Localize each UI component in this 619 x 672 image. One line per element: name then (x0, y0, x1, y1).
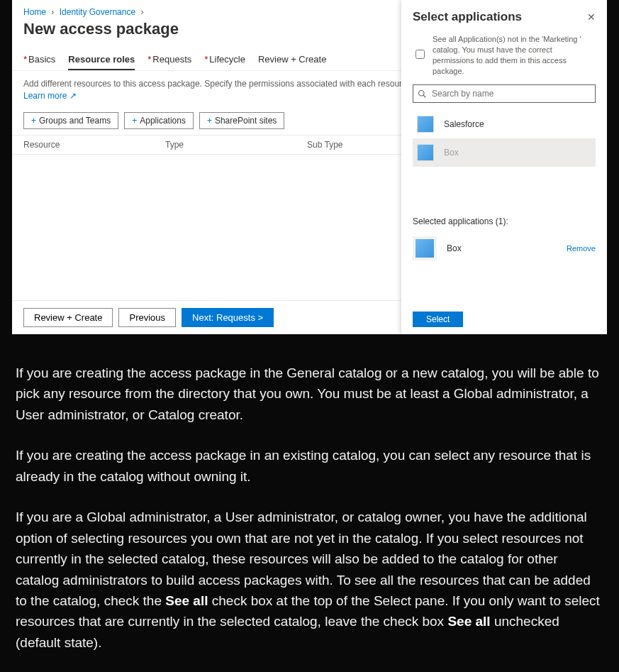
col-type: Type (165, 140, 307, 150)
app-tile-icon (417, 144, 434, 161)
plus-icon: + (132, 116, 137, 126)
search-box[interactable] (413, 84, 596, 103)
selected-app-row: Box Remove (413, 233, 596, 263)
tab-resource-roles[interactable]: Resource roles (68, 50, 135, 70)
tab-lifecycle[interactable]: *Lifecycle (204, 50, 245, 70)
panel-footer: Select (413, 304, 596, 334)
svg-line-1 (423, 96, 425, 98)
doc-paragraph-3: If you are a Global administrator, a Use… (16, 507, 603, 653)
plus-icon: + (31, 116, 36, 126)
app-tile-icon (417, 116, 434, 133)
external-link-icon: ↗ (69, 91, 77, 101)
app-label: Salesforce (444, 119, 484, 129)
doc-paragraph-2: If you are creating the access package i… (16, 445, 603, 487)
next-button[interactable]: Next: Requests > (182, 308, 274, 327)
breadcrumb-identity-governance[interactable]: Identity Governance (60, 7, 135, 17)
selected-applications-label: Selected applications (1): (413, 216, 596, 226)
breadcrumb-home[interactable]: Home (23, 7, 46, 17)
svg-point-0 (419, 91, 425, 97)
previous-button[interactable]: Previous (118, 308, 176, 327)
add-groups-teams-button[interactable]: +Groups and Teams (23, 112, 118, 129)
tab-requests[interactable]: *Requests (147, 50, 191, 70)
see-all-row: See all Application(s) not in the 'Marke… (413, 34, 596, 76)
see-all-description: See all Application(s) not in the 'Marke… (433, 34, 596, 76)
plus-icon: + (207, 116, 212, 126)
search-input[interactable] (430, 88, 591, 99)
chevron-right-icon: › (48, 7, 57, 17)
documentation-text: If you are creating the access package i… (0, 334, 619, 672)
col-resource: Resource (23, 140, 165, 150)
app-tile-icon (413, 236, 437, 260)
select-button[interactable]: Select (413, 312, 463, 327)
close-icon[interactable]: ✕ (587, 11, 596, 23)
app-label: Box (444, 148, 459, 158)
see-all-checkbox[interactable] (416, 35, 425, 74)
select-applications-panel: Select applications ✕ See all Applicatio… (401, 0, 607, 334)
remove-link[interactable]: Remove (567, 244, 596, 253)
tab-review-create[interactable]: Review + Create (258, 50, 326, 70)
search-icon (418, 89, 426, 98)
add-sharepoint-button[interactable]: +SharePoint sites (199, 112, 284, 129)
selected-app-name: Box (447, 243, 462, 253)
app-row-box[interactable]: Box (413, 138, 596, 167)
doc-paragraph-1: If you are creating the access package i… (16, 363, 603, 425)
panel-title: Select applications (413, 10, 522, 24)
chevron-right-icon: › (138, 7, 146, 17)
app-row-salesforce[interactable]: Salesforce (413, 110, 596, 138)
learn-more-link[interactable]: Learn more ↗ (23, 91, 77, 101)
col-subtype: Sub Type (307, 140, 406, 150)
azure-portal-window: Home › Identity Governance › New access … (12, 0, 607, 334)
review-create-button[interactable]: Review + Create (23, 308, 113, 327)
tab-basics[interactable]: *Basics (23, 50, 55, 70)
add-applications-button[interactable]: +Applications (124, 112, 194, 129)
